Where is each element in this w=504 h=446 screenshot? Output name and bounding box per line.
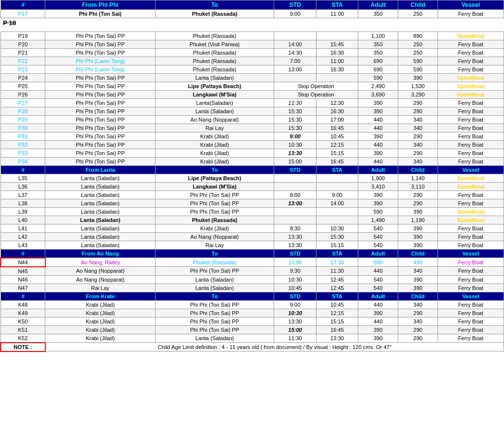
table-row: P26 Phi Phi (Ton Sai) PP Langkawi (M'Sia… — [0, 90, 504, 98]
row-id: L37 — [0, 191, 45, 199]
row-child: 250 — [398, 40, 438, 48]
table-row: L41 Lanta (Saladan) Krabi (Jilad) 8:30 1… — [0, 224, 504, 232]
col-sta: STA — [316, 249, 358, 258]
row-sta — [316, 174, 358, 182]
row-sta: 15:15 — [316, 317, 358, 325]
row-child: 250 — [398, 48, 438, 57]
row-child: 340 — [398, 267, 438, 276]
row-id: L40 — [0, 216, 45, 224]
row-std: 14:00 — [274, 40, 316, 48]
row-from: Phi Phi (Ton Sai) — [45, 10, 156, 18]
row-child: 390 — [398, 232, 438, 241]
row-to: Lanta (Saladan) — [155, 275, 274, 284]
row-vessel: Speedboat — [438, 82, 504, 90]
row-std-sta: Stop Operation — [274, 90, 358, 98]
row-id: P20 — [0, 40, 45, 48]
col-hash: # — [0, 165, 45, 174]
row-std: 9:00 — [274, 132, 316, 140]
row-from: Ao Nang, Railey — [45, 258, 156, 267]
col-adult: Adult — [358, 292, 398, 300]
table-row: P33 Phi Phi (Ton Sai) PP Krabi (Jilad) 1… — [0, 149, 504, 157]
row-vessel: Ferry Boat — [438, 300, 504, 309]
row-to: Krabi (Jilad) — [155, 140, 274, 149]
row-adult: 2,490 — [358, 82, 398, 90]
row-id: K49 — [0, 309, 45, 317]
row-sta: 10:45 — [316, 300, 358, 309]
row-adult: 690 — [358, 57, 398, 65]
row-child: 340 — [398, 317, 438, 325]
row-vessel: Ferry Boat — [438, 317, 504, 325]
row-to: Phi Phi (Ton Sai) PP — [155, 309, 274, 317]
row-from: Phi Phi (Ton Sai) PP — [45, 40, 156, 48]
row-child: 340 — [398, 115, 438, 124]
col-std: STD — [274, 165, 316, 174]
row-adult: 540 — [358, 224, 398, 232]
main-table: # From Phi Phi To STD STA Adult Child Ve… — [0, 0, 504, 352]
row-std: 10:45 — [274, 284, 316, 292]
row-std — [274, 73, 316, 82]
row-child: 1,140 — [398, 174, 438, 182]
row-from: Lanta (Saladan) — [45, 191, 156, 199]
note-text: Child Age Limit definition : 4 - 11 year… — [45, 343, 504, 351]
row-vessel: Ferry Boat — [438, 65, 504, 73]
row-to: Ao Nang (Nopparat) — [155, 232, 274, 241]
row-sta: 14:00 — [316, 199, 358, 207]
row-id: P19 — [0, 32, 45, 40]
row-sta: 10:45 — [316, 132, 358, 140]
row-to: Phuket (Rassada) — [155, 48, 274, 57]
row-adult: 440 — [358, 157, 398, 165]
row-vessel: Ferry Boat — [438, 191, 504, 199]
row-vessel: Ferry Boat — [438, 258, 504, 267]
row-id: P28 — [0, 107, 45, 115]
col-std: STD — [274, 0, 316, 10]
row-id: P30 — [0, 124, 45, 132]
table-row: L40 Lanta (Saladan) Phuket (Rassada) 1,4… — [0, 216, 504, 224]
col-to: To — [155, 292, 274, 300]
row-adult: 3,690 — [358, 90, 398, 98]
table-row: K48 Krabi (Jilad) Phi Phi (Ton Sai) PP 9… — [0, 300, 504, 309]
row-from: Phi Phi (Ton Sai) PP — [45, 149, 156, 157]
table-row: P32 Phi Phi (Ton Sai) PP Krabi (Jilad) 1… — [0, 140, 504, 149]
row-adult: 1,100 — [358, 32, 398, 40]
row-sta: 12:15 — [316, 309, 358, 317]
row-vessel: Speedboat — [438, 207, 504, 216]
row-sta: 17:00 — [316, 115, 358, 124]
row-child: 290 — [398, 309, 438, 317]
table-row: P23 Phi Phi (Laem Tong) Phuket (Rassada)… — [0, 65, 504, 73]
row-std: 8:30 — [274, 224, 316, 232]
row-std: 13:00 — [274, 65, 316, 73]
row-std: 11:30 — [274, 98, 316, 107]
row-vessel: Ferry Boat — [438, 98, 504, 107]
col-adult: Adult — [358, 165, 398, 174]
row-id: P27 — [0, 98, 45, 107]
table-row: K51 Krabi (Jilad) Phi Phi (Ton Sai) PP 1… — [0, 325, 504, 334]
row-sta — [316, 182, 358, 191]
row-adult: 350 — [358, 10, 398, 18]
row-sta: 12:15 — [316, 140, 358, 149]
row-vessel: Ferry Boat — [438, 40, 504, 48]
row-sta: 15:15 — [316, 241, 358, 249]
table-row: N47 Rai Lay Lanta (Saladan) 10:45 12:45 … — [0, 284, 504, 292]
row-child: 590 — [398, 65, 438, 73]
row-to: Lanta(Saladan) — [155, 98, 274, 107]
row-std: 13:00 — [274, 199, 316, 207]
row-from: Phi Phi (Ton Sai) PP — [45, 73, 156, 82]
row-child: 290 — [398, 191, 438, 199]
row-adult: 350 — [358, 40, 398, 48]
row-adult: 390 — [358, 309, 398, 317]
row-from: Lanta (Saladan) — [45, 241, 156, 249]
row-from: Phi Phi (Ton Sai) PP — [45, 157, 156, 165]
row-vessel: Ferry Boat — [438, 157, 504, 165]
table-row: P25 Phi Phi (Ton Sai) PP Lipe (Pattaya B… — [0, 82, 504, 90]
row-to: Phuket (Rassada) — [155, 32, 274, 40]
row-from: Phi Phi (Ton Sai) PP — [45, 82, 156, 90]
row-sta: 10:30 — [316, 224, 358, 232]
row-adult: 540 — [358, 275, 398, 284]
row-sta: 16:45 — [316, 325, 358, 334]
table-row: P30 Phi Phi (Ton Sai) PP Rai Lay 15:30 1… — [0, 124, 504, 132]
row-adult: 440 — [358, 267, 398, 276]
row-vessel: Speedboat — [438, 32, 504, 40]
row-adult: 690 — [358, 258, 398, 267]
col-sta: STA — [316, 0, 358, 10]
row-sta: 12:45 — [316, 284, 358, 292]
